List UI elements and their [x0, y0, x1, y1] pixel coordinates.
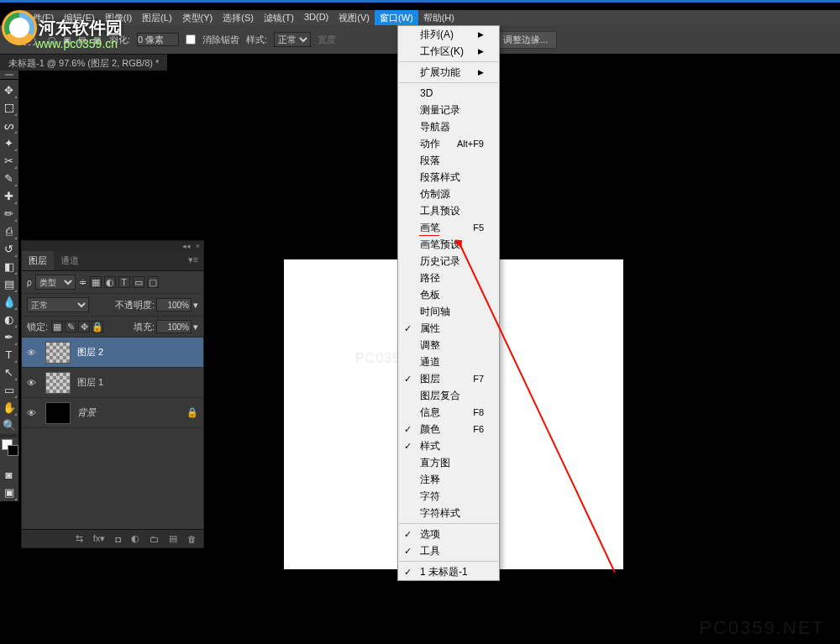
menu-item-排列(A)[interactable]: 排列(A)▶ — [398, 26, 499, 43]
lock-all-icon[interactable]: 🔒 — [92, 321, 103, 332]
layer-item[interactable]: 👁 图层 2 — [22, 338, 203, 368]
magic-wand-tool[interactable]: ✦ — [0, 134, 18, 152]
menu-item-画笔预设[interactable]: 画笔预设 — [398, 236, 499, 253]
layer-thumb[interactable] — [45, 342, 71, 364]
move-tool[interactable]: ✥ — [0, 81, 18, 99]
lock-paint-icon[interactable]: ✎ — [65, 321, 76, 332]
menu-item-工具预设[interactable]: 工具预设 — [398, 202, 499, 219]
adjust-edges-button[interactable]: 调整边缘... — [494, 31, 557, 49]
delete-icon[interactable]: 🗑 — [187, 534, 197, 544]
layer-name[interactable]: 图层 2 — [77, 346, 198, 359]
hand-tool[interactable]: ✋ — [0, 399, 18, 416]
style-select[interactable]: 正常 — [274, 32, 311, 47]
crop-tool[interactable]: ✂ — [0, 152, 18, 170]
screen-mode-tool[interactable]: ▣ — [0, 484, 18, 501]
dodge-tool[interactable]: ◐ — [0, 311, 18, 328]
menu-item-色板[interactable]: 色板 — [398, 286, 499, 303]
filter-shape-icon[interactable]: ▭ — [133, 276, 144, 288]
document-tab[interactable]: 未标题-1 @ 97.6% (图层 2, RGB/8) * — [0, 54, 167, 71]
layer-name[interactable]: 背景 — [77, 406, 180, 419]
visibility-icon[interactable]: 👁 — [27, 378, 39, 388]
mask-icon[interactable]: ◘ — [115, 534, 121, 544]
menu-item-工作区(K)[interactable]: 工作区(K)▶ — [398, 43, 499, 60]
menu-item-注释[interactable]: 注释 — [398, 471, 499, 488]
menu-item-1 未标题-1[interactable]: 1 未标题-1 — [398, 563, 499, 580]
lasso-tool[interactable]: ᔕ — [0, 117, 18, 134]
layer-item[interactable]: 👁 背景 🔒 — [22, 398, 203, 428]
menu-item-动作[interactable]: 动作Alt+F9 — [398, 135, 499, 152]
panel-menu-icon[interactable]: ▾≡ — [183, 251, 203, 270]
tab-layers[interactable]: 图层 — [22, 251, 54, 270]
menu-item-扩展功能[interactable]: 扩展功能▶ — [398, 64, 499, 81]
brush-tool[interactable]: ✏ — [0, 205, 18, 223]
menu-item-调整[interactable]: 调整 — [398, 337, 499, 353]
menu-item-3D[interactable]: 3D — [398, 85, 499, 102]
fill-input[interactable] — [156, 320, 192, 333]
quick-mask-tool[interactable]: ◙ — [0, 466, 18, 484]
menu-item-图层复合[interactable]: 图层复合 — [398, 387, 499, 404]
menu-item-直方图[interactable]: 直方图 — [398, 454, 499, 471]
adjustment-icon[interactable]: ◐ — [131, 533, 139, 544]
antialias-checkbox[interactable] — [186, 34, 196, 45]
menu-item-字符样式[interactable]: 字符样式 — [398, 505, 499, 521]
menu-item-时间轴[interactable]: 时间轴 — [398, 303, 499, 320]
menu-窗口(W)[interactable]: 窗口(W) — [375, 10, 418, 25]
menu-3D(D)[interactable]: 3D(D) — [299, 10, 333, 25]
menu-item-历史记录[interactable]: 历史记录 — [398, 253, 499, 270]
menu-视图(V)[interactable]: 视图(V) — [333, 10, 375, 25]
filter-type-icon[interactable]: T — [118, 276, 130, 288]
blur-tool[interactable]: 💧 — [0, 293, 18, 311]
marquee-tool[interactable] — [0, 99, 18, 117]
eraser-tool[interactable]: ◧ — [0, 258, 18, 275]
menu-item-路径[interactable]: 路径 — [398, 270, 499, 286]
menu-item-图层[interactable]: 图层F7 — [398, 370, 499, 387]
panel-close-icon[interactable]: × — [196, 242, 200, 250]
link-layers-icon[interactable]: ⇆ — [76, 533, 83, 544]
menu-item-测量记录[interactable]: 测量记录 — [398, 102, 499, 118]
visibility-icon[interactable]: 👁 — [27, 348, 39, 358]
panel-collapse-icon[interactable]: ◂◂ — [182, 242, 191, 250]
lock-trans-icon[interactable]: ▦ — [51, 321, 63, 332]
menu-item-导航器[interactable]: 导航器 — [398, 118, 499, 135]
menu-图层(L)[interactable]: 图层(L) — [137, 10, 176, 25]
menu-item-段落[interactable]: 段落 — [398, 152, 499, 169]
menu-item-属性[interactable]: 属性 — [398, 320, 499, 337]
menu-帮助(H)[interactable]: 帮助(H) — [418, 10, 459, 25]
stamp-tool[interactable]: ⎙ — [0, 223, 18, 240]
zoom-tool[interactable]: 🔍 — [0, 416, 18, 434]
menu-item-选项[interactable]: 选项 — [398, 526, 499, 542]
menu-类型(Y)[interactable]: 类型(Y) — [177, 10, 218, 25]
menu-item-字符[interactable]: 字符 — [398, 488, 499, 505]
layer-thumb[interactable] — [45, 402, 71, 424]
menu-item-仿制源[interactable]: 仿制源 — [398, 186, 499, 202]
menu-item-画笔[interactable]: 画笔F5 — [398, 219, 499, 236]
gradient-tool[interactable]: ▤ — [0, 275, 18, 293]
menu-选择(S)[interactable]: 选择(S) — [218, 10, 259, 25]
new-layer-icon[interactable]: ▤ — [169, 533, 177, 544]
layer-name[interactable]: 图层 1 — [77, 376, 198, 389]
blend-mode-select[interactable]: 正常 — [27, 297, 89, 312]
pen-tool[interactable]: ✒ — [0, 328, 18, 346]
menu-滤镜(T)[interactable]: 滤镜(T) — [259, 10, 299, 25]
visibility-icon[interactable]: 👁 — [27, 408, 39, 418]
opacity-input[interactable] — [156, 298, 192, 312]
filter-smart-icon[interactable]: ▢ — [147, 276, 159, 288]
menu-item-通道[interactable]: 通道 — [398, 353, 499, 370]
filter-adjust-icon[interactable]: ◐ — [104, 276, 116, 288]
fx-icon[interactable]: fx▾ — [93, 533, 106, 544]
tab-channels[interactable]: 通道 — [54, 251, 86, 270]
layer-thumb[interactable] — [45, 372, 71, 394]
fg-bg-swatches[interactable] — [0, 437, 18, 466]
healing-tool[interactable]: ✚ — [0, 187, 18, 205]
feather-input[interactable] — [137, 33, 179, 46]
menu-item-颜色[interactable]: 颜色F6 — [398, 421, 499, 437]
menu-item-信息[interactable]: 信息F8 — [398, 404, 499, 421]
layer-kind-select[interactable]: 类型 — [35, 275, 76, 290]
layer-item[interactable]: 👁 图层 1 — [22, 368, 203, 398]
lock-pos-icon[interactable]: ✥ — [78, 321, 90, 332]
type-tool[interactable]: T — [0, 346, 18, 364]
toolbar-grip[interactable] — [0, 71, 18, 79]
group-icon[interactable]: 🗀 — [150, 534, 159, 544]
menu-item-段落样式[interactable]: 段落样式 — [398, 169, 499, 186]
rectangle-tool[interactable]: ▭ — [0, 381, 18, 399]
